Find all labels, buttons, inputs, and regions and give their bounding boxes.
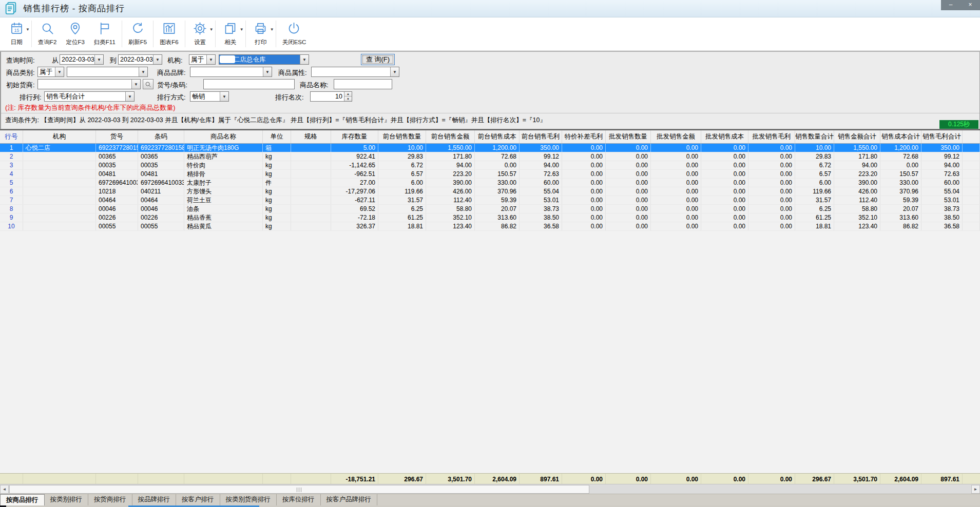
column-header[interactable]: 特价补差毛利 — [562, 130, 606, 143]
chevron-down-icon[interactable]: ▼ — [300, 55, 309, 64]
column-header[interactable]: 规格 — [291, 130, 331, 143]
tab-5[interactable]: 按客户排行 — [176, 494, 220, 505]
column-header[interactable]: 行号 — [0, 130, 23, 143]
date-to-combo[interactable]: 2022-03-03 ▼ — [118, 54, 162, 65]
org-value-combo[interactable]: 心悦二店总仓库 ▼ — [219, 54, 309, 65]
chevron-down-icon[interactable]: ▼ — [139, 67, 147, 76]
column-header[interactable]: 单位 — [263, 130, 291, 143]
column-header[interactable]: 前台销售成本 — [475, 130, 520, 143]
close-icon[interactable]: × — [960, 0, 980, 10]
tab-7[interactable]: 按库位排行 — [277, 494, 321, 505]
classify-button-f11[interactable]: 归类F11 — [89, 19, 120, 49]
table-row[interactable]: 80004600046油条kg69.526.2558.8020.0738.730… — [0, 205, 980, 213]
close-button-esc[interactable]: 关闭ESC — [278, 19, 311, 49]
tab-2[interactable]: 按类别排行 — [45, 494, 89, 505]
table-row[interactable]: 90022600226精品香蕉kg-72.1861.25352.10313.60… — [0, 213, 980, 222]
refresh-button-f5[interactable]: 刷新F5 — [124, 19, 151, 49]
column-header[interactable]: 机构 — [23, 130, 96, 143]
table-cell: 94.00 — [921, 161, 963, 169]
chevron-down-icon[interactable]: ▼ — [220, 92, 228, 101]
scrollbar-thumb[interactable] — [9, 485, 589, 494]
column-header[interactable]: 销售金额合计 — [834, 130, 880, 143]
tab-3[interactable]: 按货商排行 — [88, 494, 132, 505]
chevron-down-icon[interactable]: ▼ — [270, 27, 274, 32]
column-header[interactable]: 销售数量合计 — [795, 130, 834, 143]
column-header[interactable]: 货号 — [96, 130, 138, 143]
chevron-down-icon[interactable]: ▼ — [206, 55, 215, 64]
chevron-down-icon[interactable]: ▼ — [94, 55, 103, 64]
column-header[interactable]: 商品名称 — [184, 130, 263, 143]
category-label: 商品类别: — [6, 68, 35, 77]
table-cell: 0.00 — [562, 205, 606, 213]
code-input[interactable] — [203, 79, 295, 89]
chevron-down-icon[interactable]: ▼ — [390, 67, 399, 76]
print-button[interactable]: 打印▼ — [247, 19, 274, 49]
chevron-down-icon[interactable]: ▼ — [26, 27, 30, 32]
chevron-down-icon[interactable]: ▼ — [263, 67, 272, 76]
column-header[interactable]: 批发销售成本 — [701, 130, 748, 143]
table-row[interactable]: 70046400464荷兰土豆kg-627.1131.57112.4059.39… — [0, 196, 980, 205]
chevron-down-icon[interactable]: ▼ — [55, 67, 64, 76]
table-row[interactable]: 1心悦二店69223772801586922377280158明正无汤牛肉180… — [0, 144, 980, 152]
related-button[interactable]: 相关▼ — [217, 19, 244, 49]
column-header[interactable]: 前台销售金额 — [426, 130, 475, 143]
attribute-combo[interactable]: ▼ — [311, 67, 399, 77]
table-row[interactable]: 610218040211方形馒头kg-17,297.06119.66426.00… — [0, 187, 980, 196]
scroll-right-icon[interactable]: ► — [971, 485, 980, 494]
column-header[interactable]: 条码 — [138, 130, 184, 143]
table-row[interactable]: 20036500365精品西葫芦kg922.4129.83171.8072.68… — [0, 152, 980, 161]
column-header[interactable]: 前台销售数量 — [378, 130, 426, 143]
supplier-combo[interactable]: ▼ — [37, 79, 141, 89]
product-name-input[interactable] — [334, 79, 392, 89]
tab-4[interactable]: 按品牌排行 — [132, 494, 177, 505]
rank-count-stepper[interactable]: 10 ▲▼ — [310, 91, 352, 102]
table-cell: 99.12 — [921, 152, 963, 161]
minimize-button[interactable]: – — [941, 0, 960, 10]
column-header[interactable]: 销售毛利合计 — [921, 130, 963, 143]
chevron-down-icon[interactable]: ▼ — [240, 27, 244, 32]
chevron-down-icon[interactable]: ▼ — [131, 80, 140, 89]
settings-button[interactable]: 设置▼ — [187, 19, 214, 49]
category-value-combo[interactable]: ▼ — [67, 67, 148, 77]
column-header[interactable]: 批发销售金额 — [651, 130, 701, 143]
column-header[interactable]: 前台销售毛利 — [520, 130, 562, 143]
column-header[interactable]: 批发销售毛利 — [748, 130, 795, 143]
spin-down-icon[interactable]: ▼ — [344, 97, 352, 102]
locate-button-f3[interactable]: 定位F3 — [61, 19, 89, 49]
supplier-search-button[interactable] — [143, 79, 153, 89]
toolbar-button-label: 日期 — [11, 38, 23, 46]
column-header[interactable]: 库存数量 — [331, 130, 378, 143]
date-button[interactable]: 15日期▼ — [3, 19, 30, 49]
tab-6[interactable]: 按类别货商排行 — [220, 494, 277, 505]
chevron-down-icon[interactable]: ▼ — [209, 27, 214, 32]
scroll-left-icon[interactable]: ◄ — [0, 485, 9, 494]
product-name-label: 商品名称: — [300, 81, 329, 90]
table-row[interactable]: 100005500055精品黄瓜kg326.3718.81123.4086.82… — [0, 222, 980, 231]
table-cell: 150.57 — [475, 170, 520, 178]
category-operator-combo[interactable]: 属于 ▼ — [37, 67, 64, 77]
query-button-f2[interactable]: 查询F2 — [33, 19, 61, 49]
tab-1[interactable]: 按商品排行 — [0, 494, 45, 505]
query-button[interactable]: 查 询(F) — [361, 54, 395, 65]
table-cell: 18.81 — [378, 222, 426, 230]
brand-combo[interactable]: ▼ — [190, 67, 272, 77]
table-cell — [291, 187, 331, 196]
table-row[interactable]: 569726964100336972696410033太康肘子件27.006.0… — [0, 179, 980, 187]
org-operator-combo[interactable]: 属于 ▼ — [189, 54, 216, 65]
table-cell: 特价肉 — [184, 161, 263, 169]
table-row[interactable]: 40048100481精排骨kg-962.516.57223.20150.577… — [0, 170, 980, 179]
horizontal-scrollbar[interactable]: ◄ ► — [0, 484, 980, 494]
tab-8[interactable]: 按客户品牌排行 — [321, 494, 378, 505]
table-cell: 86.82 — [475, 222, 520, 230]
table-row[interactable]: 30003500035特价肉kg-1,142.656.7294.000.0094… — [0, 161, 980, 170]
column-header[interactable]: 销售成本合计 — [880, 130, 921, 143]
spin-up-icon[interactable]: ▲ — [344, 92, 352, 97]
toolbar-separator — [276, 21, 276, 47]
date-from-combo[interactable]: 2022-03-03 ▼ — [60, 54, 104, 65]
chart-button-f6[interactable]: 图表F6 — [155, 19, 183, 49]
rank-column-combo[interactable]: 销售毛利合计 ▼ — [44, 91, 134, 102]
column-header[interactable]: 批发销售数量 — [606, 130, 651, 143]
rank-mode-combo[interactable]: 畅销 ▼ — [190, 91, 229, 102]
chevron-down-icon[interactable]: ▼ — [125, 92, 134, 101]
chevron-down-icon[interactable]: ▼ — [153, 55, 162, 64]
